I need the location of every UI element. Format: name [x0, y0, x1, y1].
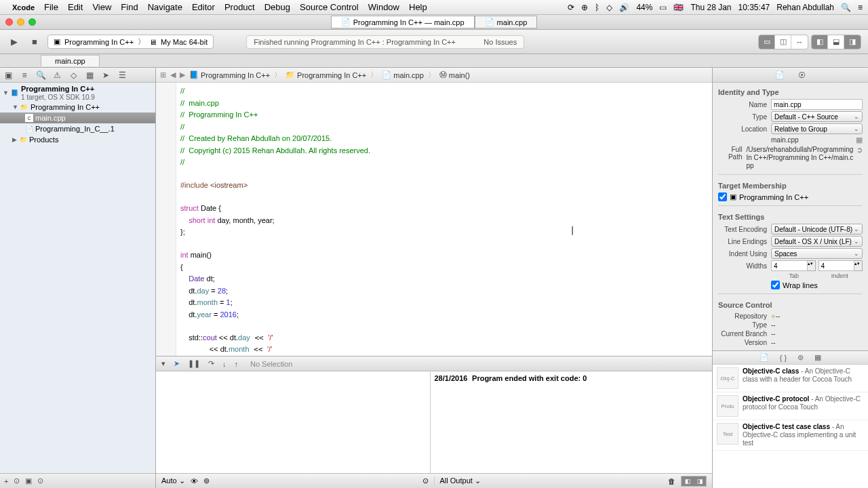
- assistant-editor-button[interactable]: ◫: [775, 35, 791, 49]
- breakpoint-navigator-icon[interactable]: ➤: [100, 70, 111, 80]
- spotlight-icon[interactable]: 🔍: [841, 3, 851, 12]
- menu-file[interactable]: File: [44, 2, 58, 12]
- menu-user[interactable]: Rehan Abdullah: [776, 3, 834, 12]
- source-editor[interactable]: // // main.cpp // Programming In C++ // …: [176, 83, 712, 356]
- related-items-icon[interactable]: ⊞: [160, 70, 166, 79]
- forward-button[interactable]: ▶: [180, 70, 185, 79]
- choose-location-icon[interactable]: ▦: [856, 136, 863, 144]
- version-editor-button[interactable]: ↔: [791, 35, 808, 49]
- menu-time[interactable]: 10:35:47: [738, 3, 770, 12]
- window-zoom-button[interactable]: [28, 18, 36, 26]
- filter-field[interactable]: ⊙: [37, 476, 43, 485]
- menu-date[interactable]: Thu 28 Jan: [690, 3, 731, 12]
- object-library-icon[interactable]: ⊚: [797, 353, 804, 362]
- hide-debug-icon[interactable]: ▾: [161, 359, 165, 368]
- filter-recent-icon[interactable]: ⊙: [14, 476, 20, 485]
- editor-tab[interactable]: main.cpp: [41, 55, 100, 66]
- show-navigator-button[interactable]: ◧: [812, 35, 828, 49]
- test-navigator-icon[interactable]: ◇: [68, 70, 79, 80]
- sync-icon[interactable]: ⟳: [568, 3, 574, 12]
- jump-project[interactable]: 📘 Programming In C++: [189, 70, 270, 79]
- variables-view[interactable]: [156, 371, 431, 473]
- library-item[interactable]: Test Objective-C test case class - An Ob…: [713, 420, 868, 451]
- step-out-icon[interactable]: ↑: [235, 360, 239, 368]
- editor-mode-buttons[interactable]: ▭ ◫ ↔: [758, 35, 808, 49]
- log-navigator-icon[interactable]: ☰: [117, 70, 127, 80]
- console-view[interactable]: 28/1/2016 Program ended with exit code: …: [431, 371, 713, 473]
- file-template-library-icon[interactable]: 📄: [760, 353, 769, 362]
- file-row-selected[interactable]: C main.cpp: [0, 113, 155, 123]
- jump-symbol[interactable]: Ⓜ main(): [439, 70, 470, 80]
- project-navigator-icon[interactable]: ▣: [3, 70, 14, 80]
- menu-product[interactable]: Product: [224, 2, 255, 12]
- input-flag[interactable]: 🇬🇧: [673, 3, 684, 12]
- jump-folder[interactable]: 📁 Programming In C++: [285, 70, 366, 79]
- reveal-path-icon[interactable]: ➲: [856, 146, 863, 155]
- show-console-toggle[interactable]: ◨: [694, 476, 706, 486]
- folder-row[interactable]: ▶ 📁 Products: [0, 134, 155, 145]
- menu-view[interactable]: View: [92, 2, 111, 12]
- file-name-field[interactable]: main.cpp: [771, 99, 863, 110]
- window-close-button[interactable]: [5, 18, 13, 26]
- debug-pane-toggle[interactable]: ◧ ◨: [681, 476, 707, 487]
- bluetooth-icon[interactable]: ᛒ: [595, 3, 599, 12]
- library-list[interactable]: Obj-C Objective-C class - An Objective-C…: [713, 365, 868, 488]
- project-row[interactable]: ▼ 📘 Programming In C++ 1 target, OS X SD…: [0, 84, 155, 102]
- menu-window[interactable]: Window: [368, 2, 399, 12]
- wifi-icon[interactable]: ◇: [606, 3, 612, 12]
- line-endings-select[interactable]: Default - OS X / Unix (LF): [771, 236, 863, 247]
- show-debug-button[interactable]: ⬓: [828, 35, 844, 49]
- menu-navigate[interactable]: Navigate: [148, 2, 182, 12]
- menu-edit[interactable]: Edit: [68, 2, 83, 12]
- issue-navigator-icon[interactable]: ⚠: [52, 70, 62, 80]
- view-buttons[interactable]: ◧ ⬓ ◨: [811, 35, 861, 49]
- add-button[interactable]: +: [4, 477, 8, 485]
- dropbox-icon[interactable]: ⊕: [581, 3, 588, 12]
- folder-row[interactable]: ▼ 📁 Programming In C++: [0, 102, 155, 113]
- battery-percent[interactable]: 44%: [636, 3, 652, 12]
- run-button[interactable]: ▶: [7, 35, 22, 49]
- notification-icon[interactable]: ≡: [858, 3, 863, 12]
- file-inspector-icon[interactable]: 📄: [775, 70, 785, 79]
- symbol-navigator-icon[interactable]: ≡: [19, 70, 30, 80]
- indent-width-stepper[interactable]: 4▴▾: [818, 260, 863, 271]
- indent-using-select[interactable]: Spaces: [771, 248, 863, 259]
- clear-console-icon[interactable]: 🗑: [668, 477, 675, 485]
- menu-help[interactable]: Help: [409, 2, 427, 12]
- code-snippet-library-icon[interactable]: { }: [780, 354, 787, 362]
- text-encoding-select[interactable]: Default - Unicode (UTF-8): [771, 224, 863, 235]
- menu-find[interactable]: Find: [121, 2, 138, 12]
- app-menu[interactable]: Xcode: [12, 3, 35, 12]
- back-button[interactable]: ◀: [170, 70, 176, 79]
- line-gutter[interactable]: [156, 83, 176, 356]
- menu-source-control[interactable]: Source Control: [300, 2, 359, 12]
- file-location-select[interactable]: Relative to Group: [771, 123, 863, 134]
- target-checkbox[interactable]: [718, 192, 727, 201]
- auto-scope-selector[interactable]: Auto ⌄: [161, 476, 185, 485]
- debug-navigator-icon[interactable]: ▦: [84, 70, 95, 80]
- show-vars-toggle[interactable]: ◧: [682, 476, 694, 486]
- menu-editor[interactable]: Editor: [192, 2, 215, 12]
- media-library-icon[interactable]: ▦: [814, 353, 821, 362]
- quick-help-icon[interactable]: ⦿: [798, 71, 806, 79]
- file-row[interactable]: 📄 Programming_In_C__.1: [0, 123, 155, 134]
- window-minimize-button[interactable]: [17, 18, 24, 26]
- find-navigator-icon[interactable]: 🔍: [35, 70, 46, 80]
- filter-scm-icon[interactable]: ▣: [25, 476, 32, 485]
- output-scope-selector[interactable]: All Output ⌄: [440, 476, 481, 485]
- standard-editor-button[interactable]: ▭: [759, 35, 775, 49]
- show-utilities-button[interactable]: ◨: [844, 35, 861, 49]
- thread-selector[interactable]: No Selection: [250, 360, 292, 368]
- menu-debug[interactable]: Debug: [264, 2, 290, 12]
- breakpoints-icon[interactable]: ➤: [174, 359, 180, 368]
- library-item[interactable]: Obj-C Objective-C class - An Objective-C…: [713, 365, 868, 392]
- step-into-icon[interactable]: ↓: [222, 360, 226, 368]
- window-tab[interactable]: 📄 main.cpp: [475, 16, 538, 28]
- file-type-select[interactable]: Default - C++ Source: [771, 111, 863, 122]
- library-item[interactable]: Proto Objective-C protocol - An Objectiv…: [713, 392, 868, 420]
- filter-vars[interactable]: ⊙: [422, 476, 429, 485]
- tab-width-stepper[interactable]: 4▴▾: [771, 260, 816, 271]
- stop-button[interactable]: ■: [27, 35, 42, 49]
- print-icon[interactable]: ⊚: [203, 476, 210, 485]
- continue-icon[interactable]: ❚❚: [188, 359, 200, 368]
